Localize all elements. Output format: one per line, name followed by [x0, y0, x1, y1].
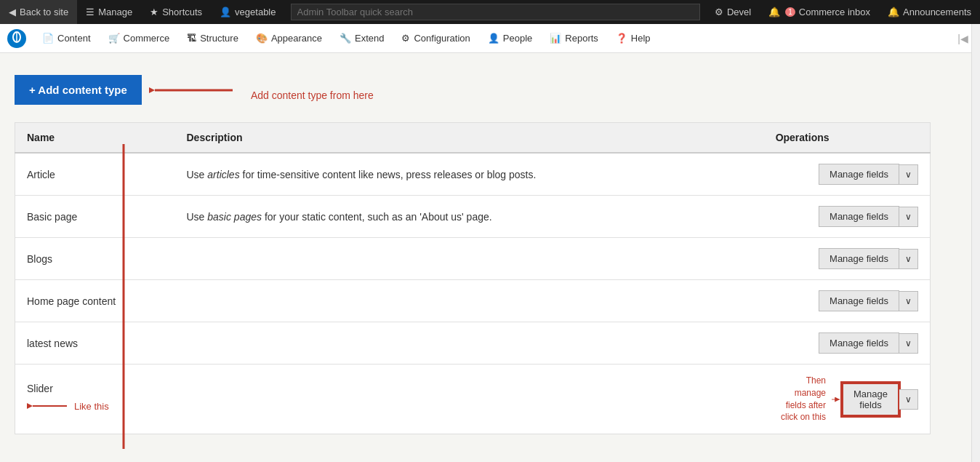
people-icon: 👤: [488, 33, 499, 44]
cell-description: [175, 280, 764, 322]
search-input[interactable]: [291, 4, 700, 20]
cell-operations: Manage fields∨: [764, 238, 931, 280]
table-header-row: Name Description Operations: [15, 123, 931, 154]
cell-operations: Manage fields∨: [764, 153, 931, 196]
dropdown-button[interactable]: ∨: [899, 164, 918, 185]
operations-group: Manage fields∨: [842, 383, 918, 416]
cell-name: SliderLike this: [15, 365, 175, 434]
cell-description: [175, 365, 764, 434]
operations-group: Manage fields∨: [776, 206, 918, 227]
arrow-right-to-left-icon: [149, 76, 236, 105]
devel-menu[interactable]: ⚙ Devel: [706, 0, 760, 24]
cell-description: [175, 238, 764, 280]
nav-structure[interactable]: 🏗 Structure: [178, 24, 247, 52]
col-header-description: Description: [175, 123, 764, 154]
dropdown-button[interactable]: ∨: [899, 389, 918, 410]
cell-description: Use articles for time-sensitive content …: [175, 153, 764, 196]
add-content-type-button[interactable]: + Add content type: [15, 75, 142, 105]
arrow-annotation: [149, 76, 236, 105]
reports-icon: 📊: [550, 33, 561, 44]
cell-name: Basic page: [15, 196, 175, 238]
operations-group: Manage fields∨: [776, 332, 918, 354]
table-row: ArticleUse articles for time-sensitive c…: [15, 153, 931, 196]
manage-fields-button[interactable]: Manage fields: [819, 164, 899, 185]
cell-name: Article: [15, 153, 175, 196]
nav-content[interactable]: 📄 Content: [33, 24, 100, 52]
config-icon: ⚙: [401, 33, 410, 44]
announcements[interactable]: 🔔 Announcements: [879, 0, 980, 24]
table-row: latest newsManage fields∨: [15, 322, 931, 365]
toolbar-right: ⚙ Devel 🔔 1 Commerce inbox 🔔 Announcemen…: [706, 0, 980, 24]
table-row: Home page contentManage fields∨: [15, 280, 931, 322]
operations-group: Manage fields∨: [776, 248, 918, 269]
dropdown-button[interactable]: ∨: [899, 207, 918, 227]
user-menu[interactable]: 👤 vegetable: [211, 0, 284, 24]
cell-name: Blogs: [15, 238, 175, 280]
annotation-text: Add content type from here: [251, 89, 374, 101]
menu-icon: ☰: [86, 7, 95, 17]
like-this-annotation: Like this: [74, 401, 109, 412]
main-content: + Add content type Add content type from…: [0, 53, 945, 449]
commerce-badge: 1: [785, 7, 795, 17]
shortcuts-menu[interactable]: ★ Shortcuts: [141, 0, 211, 24]
manage-fields-button[interactable]: Manage fields: [819, 206, 899, 227]
star-icon: ★: [150, 7, 158, 17]
nav-people[interactable]: 👤 People: [479, 24, 541, 52]
cell-description: Use basic pages for your static content,…: [175, 196, 764, 238]
nav-appearance[interactable]: 🎨 Appearance: [247, 24, 331, 52]
then-annotation-text: Then manage fields after click on this: [776, 375, 826, 423]
operations-group: Manage fields∨: [776, 290, 918, 311]
cell-operations: Manage fields∨: [764, 196, 931, 238]
add-content-area: + Add content type Add content type from…: [15, 75, 931, 105]
cell-description: [175, 322, 764, 365]
nav-extend[interactable]: 🔧 Extend: [331, 24, 393, 52]
admin-toolbar: ◀ Back to site ☰ Manage ★ Shortcuts 👤 ve…: [0, 0, 980, 24]
manage-fields-button[interactable]: Manage fields: [819, 290, 899, 311]
dropdown-button[interactable]: ∨: [899, 291, 918, 311]
commerce-icon: 🛒: [108, 33, 120, 44]
nav-configuration[interactable]: ⚙ Configuration: [393, 24, 478, 52]
cell-operations: Manage fields∨: [764, 280, 931, 322]
table-row: BlogsManage fields∨: [15, 238, 931, 280]
gear-icon: ⚙: [715, 7, 723, 17]
drupal-logo-icon: [7, 28, 27, 49]
manage-fields-button[interactable]: Manage fields: [819, 332, 899, 354]
col-header-name: Name: [15, 123, 175, 154]
table-row: SliderLike thisThen manage fields after …: [15, 365, 931, 434]
commerce-inbox[interactable]: 🔔 1 Commerce inbox: [760, 0, 879, 24]
announcement-icon: 🔔: [888, 7, 899, 17]
content-icon: 📄: [42, 33, 54, 44]
scrollbar[interactable]: [971, 0, 980, 449]
dropdown-button[interactable]: ∨: [899, 333, 918, 354]
search-bar[interactable]: [285, 0, 706, 24]
arrow-to-slider-icon: [27, 397, 71, 415]
help-icon: ❓: [616, 33, 627, 44]
cell-name: Home page content: [15, 280, 175, 322]
user-icon: 👤: [220, 7, 231, 17]
back-to-site[interactable]: ◀ Back to site: [0, 0, 77, 24]
content-types-table: Name Description Operations ArticleUse a…: [15, 122, 931, 434]
nav-help[interactable]: ❓ Help: [607, 24, 659, 52]
extend-icon: 🔧: [340, 33, 351, 44]
drupal-logo[interactable]: [6, 28, 28, 49]
manage-fields-button[interactable]: Manage fields: [819, 248, 899, 269]
structure-icon: 🏗: [187, 33, 196, 44]
cell-operations: Manage fields∨: [764, 322, 931, 365]
appearance-icon: 🎨: [256, 33, 268, 44]
cell-operations: Then manage fields after click on thisMa…: [764, 365, 931, 434]
manage-menu[interactable]: ☰ Manage: [77, 0, 141, 24]
bell-icon: 🔔: [768, 7, 780, 17]
operations-group: Manage fields∨: [776, 164, 918, 185]
secondary-nav: 📄 Content 🛒 Commerce 🏗 Structure 🎨 Appea…: [0, 24, 980, 53]
nav-reports[interactable]: 📊 Reports: [541, 24, 607, 52]
col-header-operations: Operations: [764, 123, 931, 154]
back-icon: ◀: [9, 7, 16, 17]
table-row: Basic pageUse basic pages for your stati…: [15, 196, 931, 238]
manage-fields-button[interactable]: Manage fields: [842, 383, 899, 416]
nav-commerce[interactable]: 🛒 Commerce: [100, 24, 179, 52]
dropdown-button[interactable]: ∨: [899, 249, 918, 269]
cell-name: latest news: [15, 322, 175, 365]
arrow-to-manage-icon: [832, 389, 842, 410]
